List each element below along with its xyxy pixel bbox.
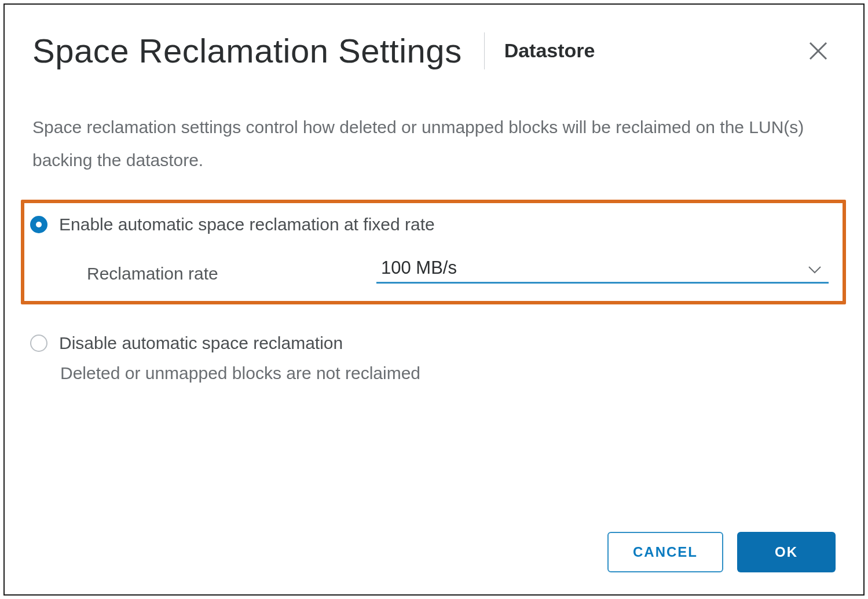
reclamation-rate-row: Reclamation rate 100 MB/s — [87, 258, 829, 284]
dialog-description: Space reclamation settings control how d… — [32, 111, 836, 177]
disable-radio[interactable] — [30, 335, 47, 352]
disable-option: Disable automatic space reclamation Dele… — [30, 333, 836, 383]
dialog-footer: CANCEL OK — [607, 532, 836, 572]
close-button[interactable] — [808, 41, 829, 64]
enable-option-row[interactable]: Enable automatic space reclamation at fi… — [30, 215, 829, 234]
enable-radio-label: Enable automatic space reclamation at fi… — [59, 215, 435, 234]
reclamation-rate-label: Reclamation rate — [87, 264, 376, 284]
space-reclamation-dialog: Space Reclamation Settings Datastore Spa… — [3, 3, 865, 596]
reclamation-rate-select[interactable]: 100 MB/s — [376, 258, 829, 284]
dialog-header: Space Reclamation Settings Datastore — [32, 31, 836, 70]
enable-radio[interactable] — [30, 216, 47, 233]
header-divider — [484, 32, 485, 69]
dialog-title: Space Reclamation Settings — [32, 31, 462, 70]
disable-radio-label: Disable automatic space reclamation — [59, 333, 343, 353]
enable-option-highlight: Enable automatic space reclamation at fi… — [21, 200, 846, 304]
disable-option-subtext: Deleted or unmapped blocks are not recla… — [60, 363, 836, 383]
disable-option-row[interactable]: Disable automatic space reclamation — [30, 333, 836, 353]
close-icon — [808, 41, 829, 61]
dialog-subtitle: Datastore — [504, 39, 595, 62]
radio-selected-icon — [36, 222, 42, 227]
chevron-down-icon — [808, 266, 822, 274]
ok-button[interactable]: OK — [737, 532, 836, 572]
reclamation-rate-value: 100 MB/s — [376, 258, 829, 278]
cancel-button[interactable]: CANCEL — [607, 532, 723, 572]
